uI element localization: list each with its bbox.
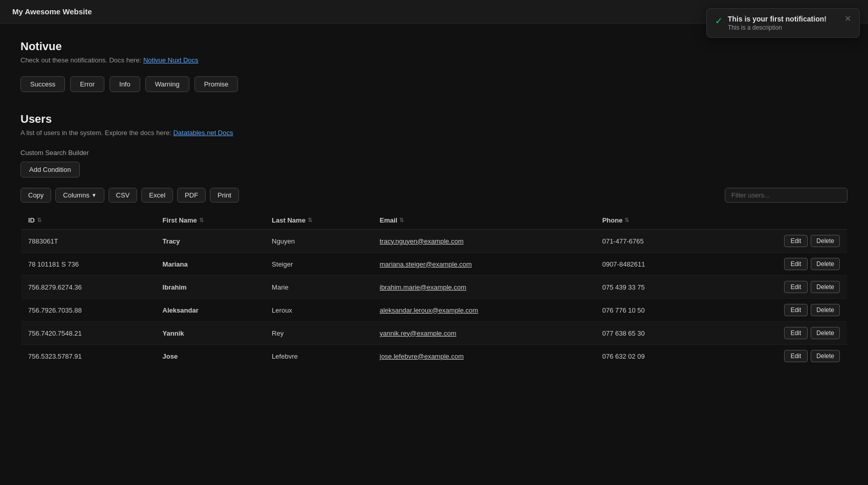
cell-actions: Edit Delete — [708, 253, 847, 276]
cell-id: 756.7926.7035.88 — [21, 299, 156, 322]
cell-actions: Edit Delete — [708, 276, 847, 299]
cell-id: 756.7420.7548.21 — [21, 322, 156, 345]
table-row: 756.8279.6274.36 Ibrahim Marie ibrahim.m… — [21, 276, 848, 299]
cell-email: mariana.steiger@example.com — [373, 253, 595, 276]
table-row: 756.5323.5787.91 Jose Lefebvre jose.lefe… — [21, 345, 848, 368]
cell-email: tracy.nguyen@example.com — [373, 230, 595, 253]
promise-button[interactable]: Promise — [194, 76, 238, 92]
table-row: 78 101181 S 736 Mariana Steiger mariana.… — [21, 253, 848, 276]
cell-phone: 076 632 02 09 — [595, 345, 708, 368]
notivue-section: Notivue Check out these notifications. D… — [20, 40, 848, 92]
cell-lastname: Marie — [265, 276, 373, 299]
cell-lastname: Nguyen — [265, 230, 373, 253]
sort-icon-id: ⇅ — [37, 217, 41, 224]
cell-phone: 075 439 33 75 — [595, 276, 708, 299]
sort-icon-phone: ⇅ — [624, 217, 629, 224]
toast-notification: ✓ This is your first notification! This … — [706, 8, 860, 38]
col-header-id[interactable]: ID ⇅ — [21, 211, 156, 230]
cell-id: 7883061T — [21, 230, 156, 253]
cell-phone: 077 638 65 30 — [595, 322, 708, 345]
table-controls: Copy Columns ▼ CSV Excel PDF Print — [20, 188, 848, 203]
sort-icon-email: ⇅ — [399, 217, 404, 224]
cell-lastname: Leroux — [265, 299, 373, 322]
delete-button[interactable]: Delete — [811, 327, 840, 339]
delete-button[interactable]: Delete — [811, 281, 840, 293]
table-row: 756.7926.7035.88 Aleksandar Leroux aleks… — [21, 299, 848, 322]
toast-content: This is your first notification! This is… — [728, 15, 839, 31]
search-builder-label: Custom Search Builder — [20, 149, 848, 157]
edit-button[interactable]: Edit — [784, 258, 808, 270]
csv-button[interactable]: CSV — [108, 188, 138, 203]
cell-actions: Edit Delete — [708, 230, 847, 253]
success-button[interactable]: Success — [20, 76, 65, 92]
cell-phone: 071-477-6765 — [595, 230, 708, 253]
notivue-description: Check out these notifications. Docs here… — [20, 56, 848, 64]
table-row: 756.7420.7548.21 Yannik Rey yannik.rey@e… — [21, 322, 848, 345]
edit-button[interactable]: Edit — [784, 327, 808, 339]
error-button[interactable]: Error — [70, 76, 104, 92]
toast-title: This is your first notification! — [728, 15, 839, 23]
col-header-actions — [708, 211, 847, 230]
edit-button[interactable]: Edit — [784, 304, 808, 316]
datatables-docs-link[interactable]: Datatables.net Docs — [173, 129, 233, 137]
filter-input[interactable] — [725, 188, 848, 203]
cell-firstname: Mariana — [156, 253, 265, 276]
cell-actions: Edit Delete — [708, 322, 847, 345]
cell-firstname: Tracy — [156, 230, 265, 253]
site-title: My Awesome Website — [12, 7, 92, 16]
toast-description: This is a description — [728, 24, 839, 31]
cell-email: jose.lefebvre@example.com — [373, 345, 595, 368]
users-section: Users A list of users in the system. Exp… — [20, 113, 848, 368]
add-condition-button[interactable]: Add Condition — [20, 162, 80, 178]
col-header-firstname[interactable]: First Name ⇅ — [156, 211, 265, 230]
notification-button-group: Success Error Info Warning Promise — [20, 76, 848, 92]
cell-id: 756.8279.6274.36 — [21, 276, 156, 299]
cell-email: ibrahim.marie@example.com — [373, 276, 595, 299]
excel-button[interactable]: Excel — [141, 188, 173, 203]
cell-firstname: Yannik — [156, 322, 265, 345]
delete-button[interactable]: Delete — [811, 235, 840, 247]
cell-firstname: Ibrahim — [156, 276, 265, 299]
col-header-phone[interactable]: Phone ⇅ — [595, 211, 708, 230]
cell-email: aleksandar.leroux@example.com — [373, 299, 595, 322]
cell-lastname: Rey — [265, 322, 373, 345]
columns-button[interactable]: Columns ▼ — [55, 188, 104, 203]
cell-firstname: Jose — [156, 345, 265, 368]
users-description: A list of users in the system. Explore t… — [20, 129, 848, 137]
table-header-row: ID ⇅ First Name ⇅ Last Name ⇅ — [21, 211, 848, 230]
sort-icon-firstname: ⇅ — [199, 217, 204, 224]
edit-button[interactable]: Edit — [784, 281, 808, 293]
table-row: 7883061T Tracy Nguyen tracy.nguyen@examp… — [21, 230, 848, 253]
col-header-lastname[interactable]: Last Name ⇅ — [265, 211, 373, 230]
cell-email: yannik.rey@example.com — [373, 322, 595, 345]
cell-phone: 076 776 10 50 — [595, 299, 708, 322]
notivue-docs-link[interactable]: Notivue Nuxt Docs — [143, 56, 199, 64]
delete-button[interactable]: Delete — [811, 304, 840, 316]
delete-button[interactable]: Delete — [811, 258, 840, 270]
users-table: ID ⇅ First Name ⇅ Last Name ⇅ — [20, 211, 848, 368]
cell-id: 756.5323.5787.91 — [21, 345, 156, 368]
main-content: Notivue Check out these notifications. D… — [0, 24, 868, 384]
warning-button[interactable]: Warning — [145, 76, 189, 92]
cell-lastname: Lefebvre — [265, 345, 373, 368]
toast-success-icon: ✓ — [715, 15, 723, 27]
pdf-button[interactable]: PDF — [177, 188, 206, 203]
cell-actions: Edit Delete — [708, 345, 847, 368]
col-header-email[interactable]: Email ⇅ — [373, 211, 595, 230]
print-button[interactable]: Print — [210, 188, 239, 203]
info-button[interactable]: Info — [110, 76, 140, 92]
chevron-down-icon: ▼ — [92, 192, 97, 198]
cell-lastname: Steiger — [265, 253, 373, 276]
cell-id: 78 101181 S 736 — [21, 253, 156, 276]
users-title: Users — [20, 113, 848, 126]
delete-button[interactable]: Delete — [811, 350, 840, 362]
toast-close-button[interactable]: ✕ — [844, 15, 851, 23]
cell-actions: Edit Delete — [708, 299, 847, 322]
cell-firstname: Aleksandar — [156, 299, 265, 322]
edit-button[interactable]: Edit — [784, 350, 808, 362]
sort-icon-lastname: ⇅ — [308, 217, 312, 224]
cell-phone: 0907-8482611 — [595, 253, 708, 276]
copy-button[interactable]: Copy — [20, 188, 51, 203]
notivue-title: Notivue — [20, 40, 848, 53]
edit-button[interactable]: Edit — [784, 235, 808, 247]
